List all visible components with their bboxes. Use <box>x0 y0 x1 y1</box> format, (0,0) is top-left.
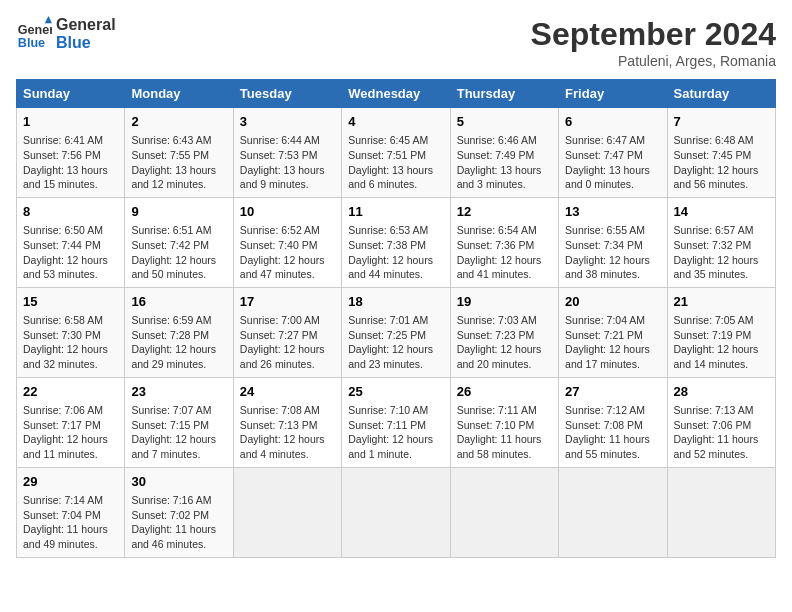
day-number: 18 <box>348 293 443 311</box>
calendar-cell: 15 Sunrise: 6:58 AM Sunset: 7:30 PM Dayl… <box>17 287 125 377</box>
calendar-cell: 22 Sunrise: 7:06 AM Sunset: 7:17 PM Dayl… <box>17 377 125 467</box>
day-number: 14 <box>674 203 769 221</box>
calendar-cell: 30 Sunrise: 7:16 AM Sunset: 7:02 PM Dayl… <box>125 467 233 557</box>
logo-blue: Blue <box>56 34 116 52</box>
header-saturday: Saturday <box>667 80 775 108</box>
day-info: Sunrise: 6:57 AM Sunset: 7:32 PM Dayligh… <box>674 223 769 282</box>
calendar-cell: 9 Sunrise: 6:51 AM Sunset: 7:42 PM Dayli… <box>125 197 233 287</box>
calendar-cell: 6 Sunrise: 6:47 AM Sunset: 7:47 PM Dayli… <box>559 108 667 198</box>
day-info: Sunrise: 6:48 AM Sunset: 7:45 PM Dayligh… <box>674 133 769 192</box>
day-number: 11 <box>348 203 443 221</box>
calendar-header-row: SundayMondayTuesdayWednesdayThursdayFrid… <box>17 80 776 108</box>
calendar-cell: 3 Sunrise: 6:44 AM Sunset: 7:53 PM Dayli… <box>233 108 341 198</box>
day-info: Sunrise: 7:04 AM Sunset: 7:21 PM Dayligh… <box>565 313 660 372</box>
calendar-cell: 24 Sunrise: 7:08 AM Sunset: 7:13 PM Dayl… <box>233 377 341 467</box>
calendar-cell: 20 Sunrise: 7:04 AM Sunset: 7:21 PM Dayl… <box>559 287 667 377</box>
day-info: Sunrise: 7:14 AM Sunset: 7:04 PM Dayligh… <box>23 493 118 552</box>
calendar-cell: 14 Sunrise: 6:57 AM Sunset: 7:32 PM Dayl… <box>667 197 775 287</box>
day-number: 24 <box>240 383 335 401</box>
day-info: Sunrise: 6:44 AM Sunset: 7:53 PM Dayligh… <box>240 133 335 192</box>
svg-text:Blue: Blue <box>18 36 45 50</box>
day-info: Sunrise: 7:11 AM Sunset: 7:10 PM Dayligh… <box>457 403 552 462</box>
day-info: Sunrise: 7:05 AM Sunset: 7:19 PM Dayligh… <box>674 313 769 372</box>
month-title: September 2024 <box>531 16 776 53</box>
calendar-cell: 21 Sunrise: 7:05 AM Sunset: 7:19 PM Dayl… <box>667 287 775 377</box>
calendar-cell <box>559 467 667 557</box>
calendar-cell: 27 Sunrise: 7:12 AM Sunset: 7:08 PM Dayl… <box>559 377 667 467</box>
calendar-cell: 5 Sunrise: 6:46 AM Sunset: 7:49 PM Dayli… <box>450 108 558 198</box>
logo-icon: General Blue <box>16 16 52 52</box>
day-number: 23 <box>131 383 226 401</box>
day-info: Sunrise: 6:50 AM Sunset: 7:44 PM Dayligh… <box>23 223 118 282</box>
day-number: 26 <box>457 383 552 401</box>
day-number: 5 <box>457 113 552 131</box>
day-info: Sunrise: 7:01 AM Sunset: 7:25 PM Dayligh… <box>348 313 443 372</box>
day-info: Sunrise: 6:46 AM Sunset: 7:49 PM Dayligh… <box>457 133 552 192</box>
calendar-cell: 19 Sunrise: 7:03 AM Sunset: 7:23 PM Dayl… <box>450 287 558 377</box>
day-number: 27 <box>565 383 660 401</box>
day-number: 12 <box>457 203 552 221</box>
day-number: 15 <box>23 293 118 311</box>
header-sunday: Sunday <box>17 80 125 108</box>
logo-general: General <box>56 16 116 34</box>
calendar-cell <box>450 467 558 557</box>
calendar-cell: 16 Sunrise: 6:59 AM Sunset: 7:28 PM Dayl… <box>125 287 233 377</box>
calendar-cell <box>342 467 450 557</box>
day-number: 4 <box>348 113 443 131</box>
day-info: Sunrise: 7:07 AM Sunset: 7:15 PM Dayligh… <box>131 403 226 462</box>
calendar-cell: 2 Sunrise: 6:43 AM Sunset: 7:55 PM Dayli… <box>125 108 233 198</box>
calendar-week-5: 29 Sunrise: 7:14 AM Sunset: 7:04 PM Dayl… <box>17 467 776 557</box>
day-info: Sunrise: 6:53 AM Sunset: 7:38 PM Dayligh… <box>348 223 443 282</box>
header-tuesday: Tuesday <box>233 80 341 108</box>
header-wednesday: Wednesday <box>342 80 450 108</box>
day-info: Sunrise: 6:47 AM Sunset: 7:47 PM Dayligh… <box>565 133 660 192</box>
day-info: Sunrise: 6:51 AM Sunset: 7:42 PM Dayligh… <box>131 223 226 282</box>
calendar-cell <box>233 467 341 557</box>
day-info: Sunrise: 6:54 AM Sunset: 7:36 PM Dayligh… <box>457 223 552 282</box>
day-info: Sunrise: 7:08 AM Sunset: 7:13 PM Dayligh… <box>240 403 335 462</box>
day-info: Sunrise: 6:55 AM Sunset: 7:34 PM Dayligh… <box>565 223 660 282</box>
calendar-cell: 17 Sunrise: 7:00 AM Sunset: 7:27 PM Dayl… <box>233 287 341 377</box>
day-info: Sunrise: 6:59 AM Sunset: 7:28 PM Dayligh… <box>131 313 226 372</box>
header-thursday: Thursday <box>450 80 558 108</box>
calendar-cell: 25 Sunrise: 7:10 AM Sunset: 7:11 PM Dayl… <box>342 377 450 467</box>
day-info: Sunrise: 6:52 AM Sunset: 7:40 PM Dayligh… <box>240 223 335 282</box>
day-number: 29 <box>23 473 118 491</box>
day-number: 10 <box>240 203 335 221</box>
day-number: 2 <box>131 113 226 131</box>
day-number: 21 <box>674 293 769 311</box>
day-number: 17 <box>240 293 335 311</box>
calendar-cell: 29 Sunrise: 7:14 AM Sunset: 7:04 PM Dayl… <box>17 467 125 557</box>
day-number: 8 <box>23 203 118 221</box>
calendar-week-2: 8 Sunrise: 6:50 AM Sunset: 7:44 PM Dayli… <box>17 197 776 287</box>
calendar-cell: 13 Sunrise: 6:55 AM Sunset: 7:34 PM Dayl… <box>559 197 667 287</box>
calendar-cell: 7 Sunrise: 6:48 AM Sunset: 7:45 PM Dayli… <box>667 108 775 198</box>
day-number: 7 <box>674 113 769 131</box>
svg-marker-2 <box>45 16 52 23</box>
calendar-cell: 1 Sunrise: 6:41 AM Sunset: 7:56 PM Dayli… <box>17 108 125 198</box>
day-number: 20 <box>565 293 660 311</box>
calendar-table: SundayMondayTuesdayWednesdayThursdayFrid… <box>16 79 776 558</box>
day-info: Sunrise: 7:10 AM Sunset: 7:11 PM Dayligh… <box>348 403 443 462</box>
day-info: Sunrise: 7:16 AM Sunset: 7:02 PM Dayligh… <box>131 493 226 552</box>
day-info: Sunrise: 6:45 AM Sunset: 7:51 PM Dayligh… <box>348 133 443 192</box>
page-header: General Blue General Blue September 2024… <box>16 16 776 69</box>
day-number: 25 <box>348 383 443 401</box>
calendar-cell: 8 Sunrise: 6:50 AM Sunset: 7:44 PM Dayli… <box>17 197 125 287</box>
title-block: September 2024 Patuleni, Arges, Romania <box>531 16 776 69</box>
day-number: 13 <box>565 203 660 221</box>
calendar-cell: 28 Sunrise: 7:13 AM Sunset: 7:06 PM Dayl… <box>667 377 775 467</box>
day-info: Sunrise: 6:58 AM Sunset: 7:30 PM Dayligh… <box>23 313 118 372</box>
header-monday: Monday <box>125 80 233 108</box>
day-number: 3 <box>240 113 335 131</box>
day-info: Sunrise: 7:00 AM Sunset: 7:27 PM Dayligh… <box>240 313 335 372</box>
calendar-cell: 12 Sunrise: 6:54 AM Sunset: 7:36 PM Dayl… <box>450 197 558 287</box>
calendar-cell: 23 Sunrise: 7:07 AM Sunset: 7:15 PM Dayl… <box>125 377 233 467</box>
day-number: 9 <box>131 203 226 221</box>
calendar-cell: 18 Sunrise: 7:01 AM Sunset: 7:25 PM Dayl… <box>342 287 450 377</box>
day-info: Sunrise: 7:12 AM Sunset: 7:08 PM Dayligh… <box>565 403 660 462</box>
header-friday: Friday <box>559 80 667 108</box>
calendar-cell <box>667 467 775 557</box>
day-number: 22 <box>23 383 118 401</box>
logo: General Blue General Blue <box>16 16 116 52</box>
